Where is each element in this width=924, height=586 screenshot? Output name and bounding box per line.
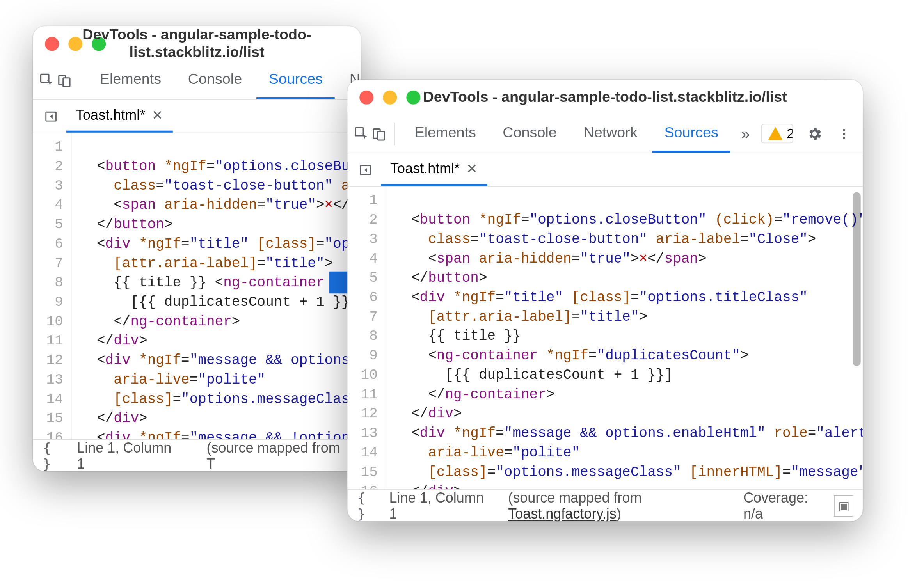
issue-badges[interactable]: 27 ❚1 bbox=[761, 124, 793, 144]
sources-subtoolbar: Toast.html* ✕ bbox=[33, 100, 361, 133]
tab-elements[interactable]: Elements bbox=[88, 61, 173, 99]
svg-point-11 bbox=[843, 133, 845, 135]
tab-sources[interactable]: Sources bbox=[652, 115, 730, 152]
source-map-info: (source mapped from Toast.ngfactory.js) bbox=[508, 490, 731, 521]
file-tab[interactable]: Toast.html* ✕ bbox=[66, 100, 172, 132]
code-content[interactable]: <button *ngIf="options.closeButton" (cli… bbox=[386, 187, 863, 489]
devtools-window-right: DevTools - angular-sample-todo-list.stac… bbox=[347, 80, 863, 521]
svg-point-12 bbox=[843, 137, 845, 139]
svg-rect-0 bbox=[41, 74, 49, 82]
pretty-print-icon[interactable]: { } bbox=[42, 444, 65, 467]
pretty-print-icon[interactable]: { } bbox=[357, 494, 377, 517]
maximize-icon[interactable] bbox=[92, 37, 106, 51]
show-navigator-icon[interactable] bbox=[39, 103, 62, 130]
close-icon[interactable]: ✕ bbox=[152, 107, 163, 123]
scrollbar-thumb[interactable] bbox=[853, 192, 861, 366]
file-tab[interactable]: Toast.html* ✕ bbox=[381, 154, 487, 186]
main-toolbar: Elements Console Sources Network » 61 ❚7 bbox=[33, 61, 361, 99]
titlebar: DevTools - angular-sample-todo-list.stac… bbox=[33, 26, 361, 61]
close-icon[interactable] bbox=[359, 90, 373, 104]
window-title: DevTools - angular-sample-todo-list.stac… bbox=[347, 89, 863, 106]
code-editor[interactable]: 123456789101112131415161718192021222324 … bbox=[33, 133, 361, 439]
warning-icon bbox=[768, 127, 783, 140]
statusbar: { } Line 1, Column 1 (source mapped from… bbox=[347, 489, 863, 521]
main-toolbar: Elements Console Network Sources » 27 ❚1 bbox=[347, 115, 863, 153]
devtools-window-left: DevTools - angular-sample-todo-list.stac… bbox=[33, 26, 361, 471]
svg-rect-9 bbox=[378, 131, 384, 140]
cursor-position: Line 1, Column 1 bbox=[77, 439, 183, 471]
show-navigator-icon[interactable] bbox=[354, 156, 377, 183]
code-editor[interactable]: 1234567891011121314151617181920212223242… bbox=[347, 187, 863, 489]
tab-network[interactable]: Network bbox=[572, 115, 650, 152]
panel-tabs: Elements Console Network Sources bbox=[403, 115, 730, 152]
more-tabs-icon[interactable]: » bbox=[733, 124, 758, 143]
svg-rect-2 bbox=[63, 78, 70, 86]
collapse-bottom-icon[interactable]: ▣ bbox=[834, 495, 853, 517]
source-map-info: (source mapped from T bbox=[206, 439, 351, 471]
file-tab-label: Toast.html* bbox=[76, 107, 145, 123]
statusbar: { } Line 1, Column 1 (source mapped from… bbox=[33, 439, 361, 471]
inspect-icon[interactable] bbox=[354, 120, 369, 147]
close-icon[interactable] bbox=[45, 37, 59, 51]
coverage-info: Coverage: n/a bbox=[743, 490, 822, 521]
maximize-icon[interactable] bbox=[406, 90, 420, 104]
close-icon[interactable]: ✕ bbox=[466, 161, 478, 177]
tab-sources[interactable]: Sources bbox=[257, 61, 335, 99]
device-toggle-icon[interactable] bbox=[57, 67, 72, 94]
panel-tabs: Elements Console Sources Network bbox=[88, 61, 361, 99]
tab-console[interactable]: Console bbox=[176, 61, 254, 99]
source-map-link[interactable]: Toast.ngfactory.js bbox=[508, 506, 617, 521]
tab-console[interactable]: Console bbox=[490, 115, 569, 152]
tab-elements[interactable]: Elements bbox=[403, 115, 488, 152]
svg-point-10 bbox=[843, 129, 845, 131]
minimize-icon[interactable] bbox=[68, 37, 82, 51]
device-toggle-icon[interactable] bbox=[371, 120, 386, 147]
code-content[interactable]: <button *ngIf="options.closeButton" (cli… bbox=[72, 133, 361, 439]
svg-rect-7 bbox=[355, 128, 363, 135]
line-gutter: 123456789101112131415161718192021222324 bbox=[33, 133, 72, 439]
file-tab-label: Toast.html* bbox=[390, 161, 460, 177]
titlebar: DevTools - angular-sample-todo-list.stac… bbox=[347, 80, 863, 114]
sources-subtoolbar: Toast.html* ✕ bbox=[347, 153, 863, 187]
kebab-icon[interactable] bbox=[832, 122, 856, 146]
minimize-icon[interactable] bbox=[383, 90, 397, 104]
gear-icon[interactable] bbox=[803, 122, 827, 146]
line-gutter: 1234567891011121314151617181920212223242… bbox=[347, 187, 386, 489]
inspect-icon[interactable] bbox=[39, 67, 54, 94]
cursor-position: Line 1, Column 1 bbox=[389, 490, 484, 521]
